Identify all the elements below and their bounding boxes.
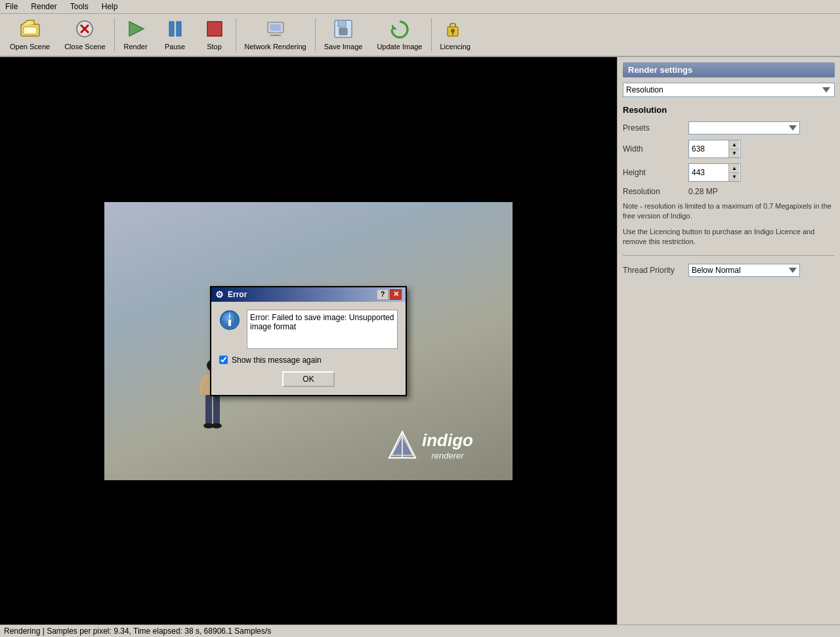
network-rendering-label: Network Rendering [245,43,306,51]
render-label: Render [123,43,147,51]
render-viewport: indigo renderer ⚙ Error ? ✕ [0,57,617,625]
svg-rect-14 [338,20,346,27]
update-image-button[interactable]: Update Image [369,16,429,54]
svg-rect-11 [273,33,278,35]
render-canvas: indigo renderer ⚙ Error ? ✕ [104,202,513,480]
thread-priority-label: Thread Priority [623,266,688,275]
close-scene-label: Close Scene [64,43,105,51]
settings-category-dropdown[interactable]: Resolution Camera Lighting Output [623,83,835,97]
toolbar-separator-2 [236,18,236,51]
save-image-button[interactable]: Save Image [317,16,370,54]
error-dialog-overlay: ⚙ Error ? ✕ [104,202,513,480]
resolution-row: Resolution 0.28 MP [623,187,835,196]
height-decrement-button[interactable]: ▼ [729,173,740,181]
menu-render[interactable]: Render [28,1,59,12]
save-image-icon [333,19,354,41]
network-rendering-icon [265,19,286,41]
render-icon [125,19,146,41]
menu-tools[interactable]: Tools [68,1,91,12]
save-image-label: Save Image [324,43,363,51]
svg-rect-15 [339,28,347,35]
main-area: indigo renderer ⚙ Error ? ✕ [0,57,840,625]
height-increment-button[interactable]: ▲ [729,164,740,173]
stop-icon [204,19,225,41]
height-input[interactable] [689,164,728,181]
svg-rect-7 [177,22,181,36]
svg-rect-8 [207,22,222,36]
toolbar-separator-1 [114,18,115,51]
thread-priority-row: Thread Priority Idle Below Normal Normal… [623,264,835,277]
show-message-checkbox[interactable] [219,356,228,364]
resolution-value: 0.28 MP [688,187,718,196]
svg-marker-5 [129,22,144,36]
width-input[interactable] [689,140,728,157]
menu-file[interactable]: File [3,1,20,12]
height-row: Height ▲ ▼ [623,163,835,182]
svg-rect-12 [270,35,281,36]
presets-row: Presets Custom 720p 1080p [623,121,835,134]
update-image-icon [389,19,410,41]
svg-rect-1 [24,27,37,34]
licencing-label: Licencing [440,43,471,51]
width-decrement-button[interactable]: ▼ [729,149,740,157]
open-scene-label: Open Scene [10,43,50,51]
resolution-section-title: Resolution [623,105,835,115]
close-scene-icon [74,19,95,41]
width-row: Width ▲ ▼ [623,140,835,158]
menu-help[interactable]: Help [99,1,121,12]
dialog-content: i Error: Failed to save image: Unsupport… [211,302,406,395]
width-label: Width [623,144,688,154]
update-image-label: Update Image [377,43,422,51]
dialog-title-text: Error [228,290,247,299]
svg-rect-34 [228,319,231,326]
dialog-button-row: OK [219,371,398,387]
width-increment-button[interactable]: ▲ [729,140,740,149]
stop-button[interactable]: Stop [195,16,234,54]
dialog-ok-button[interactable]: OK [282,371,335,387]
dialog-checkbox-row: Show this message again [219,356,398,365]
right-panel: Render settings Resolution Camera Lighti… [617,57,840,625]
width-spinner: ▲ ▼ [688,140,741,158]
resolution-note-2: Use the Licencing button to purchase an … [623,227,835,247]
presets-dropdown[interactable]: Custom 720p 1080p [688,121,800,134]
presets-label: Presets [623,123,688,133]
height-spinner: ▲ ▼ [688,163,741,182]
dialog-info-icon: i [219,310,240,331]
show-message-label: Show this message again [232,356,322,365]
licencing-icon [445,19,466,41]
pause-button[interactable]: Pause [156,16,195,54]
status-text: Rendering | Samples per pixel: 9.34, Tim… [4,627,271,636]
dialog-close-button[interactable]: ✕ [390,289,402,300]
thread-priority-dropdown[interactable]: Idle Below Normal Normal Above Normal Hi… [688,264,800,277]
svg-rect-10 [270,24,281,31]
svg-marker-16 [392,24,397,30]
licencing-button[interactable]: Licencing [433,16,478,54]
stop-label: Stop [207,43,222,51]
svg-rect-19 [452,32,453,35]
pause-label: Pause [165,43,185,51]
open-scene-icon [20,19,41,41]
dialog-title-icon: ⚙ [215,289,224,300]
dialog-help-button[interactable]: ? [377,289,388,300]
dialog-message-text: Error: Failed to save image: Unsupported… [247,310,398,349]
panel-divider [623,255,835,256]
error-dialog: ⚙ Error ? ✕ [210,286,407,396]
toolbar: Open Scene Close Scene Render [0,14,840,57]
menu-bar: File Render Tools Help [0,0,840,14]
toolbar-separator-4 [431,18,432,51]
resolution-note-1: Note - resolution is limited to a maximu… [623,201,835,222]
open-scene-button[interactable]: Open Scene [3,16,57,54]
render-button[interactable]: Render [116,16,156,54]
height-spinner-buttons: ▲ ▼ [728,164,740,181]
network-rendering-button[interactable]: Network Rendering [238,16,314,54]
dialog-message-row: i Error: Failed to save image: Unsupport… [219,310,398,349]
svg-rect-6 [169,22,174,36]
panel-title: Render settings [623,62,835,77]
svg-text:i: i [229,312,231,319]
resolution-label: Resolution [623,187,688,196]
pause-icon [165,19,186,41]
height-label: Height [623,168,688,177]
status-bar: Rendering | Samples per pixel: 9.34, Tim… [0,625,840,637]
toolbar-separator-3 [315,18,316,51]
close-scene-button[interactable]: Close Scene [57,16,112,54]
